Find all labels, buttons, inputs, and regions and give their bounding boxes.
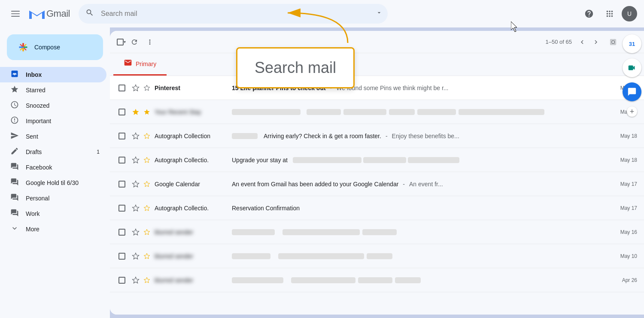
sidebar-item-work[interactable]: Work bbox=[0, 206, 106, 221]
sent-icon bbox=[10, 131, 19, 142]
refresh-button[interactable] bbox=[128, 35, 141, 49]
email-subject: Arriving early? Check in & get a room fa… bbox=[264, 133, 381, 139]
row-star-button[interactable] bbox=[131, 252, 141, 260]
right-panel: ▾ 1–50 of 65 bbox=[110, 31, 644, 315]
top-bar-right: U bbox=[580, 5, 637, 22]
row-checkbox[interactable] bbox=[117, 85, 127, 91]
sidebar-item-more[interactable]: More bbox=[0, 221, 106, 237]
checkbox-dropdown-icon[interactable]: ▾ bbox=[124, 39, 126, 44]
sidebar-item-drafts[interactable]: Drafts 1 bbox=[0, 144, 106, 160]
search-options-button[interactable] bbox=[376, 9, 383, 18]
next-page-button[interactable] bbox=[589, 35, 603, 49]
email-row[interactable]: Google Calendar An event from Gmail has … bbox=[110, 172, 644, 196]
email-date: May 17 bbox=[611, 205, 637, 211]
email-row[interactable]: Autograph Collection Arriving early? Che… bbox=[110, 124, 644, 148]
row-importance[interactable] bbox=[143, 133, 151, 139]
row-checkbox[interactable] bbox=[117, 181, 127, 188]
sidebar-item-sent[interactable]: Sent bbox=[0, 129, 106, 144]
view-options-button[interactable] bbox=[606, 35, 620, 49]
row-star-button[interactable] bbox=[131, 132, 141, 140]
help-button[interactable] bbox=[580, 5, 598, 22]
row-checkbox[interactable] bbox=[117, 229, 127, 236]
svg-rect-2 bbox=[11, 16, 20, 17]
search-bar-wrapper bbox=[79, 4, 388, 24]
row-importance[interactable] bbox=[143, 109, 151, 115]
calendar-widget[interactable]: 31 bbox=[623, 34, 641, 53]
row-star-button[interactable] bbox=[131, 228, 141, 236]
email-row[interactable]: Autograph Collectio. Upgrade your stay a… bbox=[110, 148, 644, 172]
sidebar-item-label-google-hold: Google Hold til 6/30 bbox=[26, 179, 100, 186]
svg-rect-0 bbox=[11, 11, 20, 12]
email-row[interactable]: blurred sender Apr 26 bbox=[110, 268, 644, 292]
email-subject: 15 Life planner Pins to check out bbox=[232, 85, 326, 91]
tab-primary[interactable]: Primary bbox=[113, 53, 167, 76]
row-star-button[interactable] bbox=[131, 84, 141, 92]
sidebar-item-starred[interactable]: Starred bbox=[0, 82, 106, 98]
email-snippet: We found some Pins we think might be r..… bbox=[336, 85, 608, 91]
search-input[interactable] bbox=[79, 4, 388, 24]
email-snippet: An event fr... bbox=[409, 181, 608, 188]
row-star-button[interactable] bbox=[131, 204, 141, 212]
email-row[interactable]: blurred sender May 16 bbox=[110, 220, 644, 244]
row-importance[interactable] bbox=[143, 85, 151, 91]
toolbar: ▾ 1–50 of 65 bbox=[110, 31, 644, 53]
row-checkbox[interactable] bbox=[117, 157, 127, 164]
sidebar-item-important[interactable]: Important bbox=[0, 113, 106, 129]
sidebar-item-facebook[interactable]: Facebook bbox=[0, 160, 106, 175]
sidebar-item-google-hold[interactable]: Google Hold til 6/30 bbox=[0, 175, 106, 191]
row-importance[interactable] bbox=[143, 205, 151, 212]
add-widget-button[interactable]: + bbox=[627, 106, 637, 117]
email-row[interactable]: Pinterest 15 Life planner Pins to check … bbox=[110, 76, 644, 100]
email-sender: blurred sender bbox=[155, 229, 232, 236]
email-date: May 16 bbox=[611, 229, 637, 235]
more-icon bbox=[10, 224, 19, 235]
row-checkbox[interactable] bbox=[117, 109, 127, 115]
sidebar: Compose Inbox Starred Snoozed Impor bbox=[0, 27, 110, 318]
email-date: May 18 bbox=[611, 157, 637, 163]
row-checkbox[interactable] bbox=[117, 253, 127, 260]
row-checkbox[interactable] bbox=[117, 205, 127, 212]
row-importance[interactable] bbox=[143, 277, 151, 284]
row-importance[interactable] bbox=[143, 181, 151, 188]
more-options-button[interactable] bbox=[143, 35, 157, 49]
email-subject: An event from Gmail has been added to yo… bbox=[232, 181, 398, 188]
drafts-badge: 1 bbox=[97, 149, 100, 155]
email-content: Upgrade your stay at bbox=[232, 157, 608, 164]
menu-button[interactable] bbox=[7, 5, 24, 22]
row-star-button[interactable] bbox=[131, 156, 141, 164]
work-icon bbox=[10, 209, 19, 219]
facebook-label-icon bbox=[10, 162, 19, 173]
row-star-button[interactable] bbox=[131, 108, 141, 116]
sidebar-item-label-snoozed: Snoozed bbox=[26, 102, 100, 109]
compose-button[interactable]: Compose bbox=[7, 34, 103, 60]
sidebar-item-personal[interactable]: Personal bbox=[0, 191, 106, 206]
avatar[interactable]: U bbox=[622, 6, 637, 21]
tab-primary-icon bbox=[124, 58, 132, 69]
compose-label: Compose bbox=[34, 44, 60, 51]
sidebar-item-snoozed[interactable]: Snoozed bbox=[0, 98, 106, 113]
drafts-icon bbox=[10, 147, 19, 157]
row-star-button[interactable] bbox=[131, 276, 141, 284]
sidebar-item-inbox[interactable]: Inbox bbox=[0, 67, 106, 82]
row-importance[interactable] bbox=[143, 253, 151, 260]
apps-button[interactable] bbox=[601, 5, 618, 22]
row-star-button[interactable] bbox=[131, 180, 141, 188]
row-importance[interactable] bbox=[143, 157, 151, 164]
sidebar-item-label-important: Important bbox=[26, 118, 100, 124]
sidebar-item-label-facebook: Facebook bbox=[26, 164, 100, 171]
email-content bbox=[232, 277, 608, 283]
prev-page-button[interactable] bbox=[575, 35, 589, 49]
select-all-checkbox[interactable]: ▾ bbox=[117, 39, 126, 45]
row-checkbox[interactable] bbox=[117, 277, 127, 284]
meet-widget[interactable] bbox=[623, 58, 641, 77]
gmail-text: Gmail bbox=[46, 8, 70, 19]
row-checkbox[interactable] bbox=[117, 133, 127, 139]
email-row[interactable]: blurred sender May 10 bbox=[110, 244, 644, 268]
email-row[interactable]: Your Recent Stay May 20 bbox=[110, 100, 644, 124]
row-importance[interactable] bbox=[143, 229, 151, 236]
chat-widget[interactable] bbox=[623, 82, 641, 101]
sidebar-item-label-work: Work bbox=[26, 210, 100, 217]
svg-rect-10 bbox=[19, 46, 23, 48]
email-row[interactable]: Autograph Collectio. Reservation Confirm… bbox=[110, 196, 644, 220]
checkbox-square[interactable] bbox=[117, 39, 124, 45]
